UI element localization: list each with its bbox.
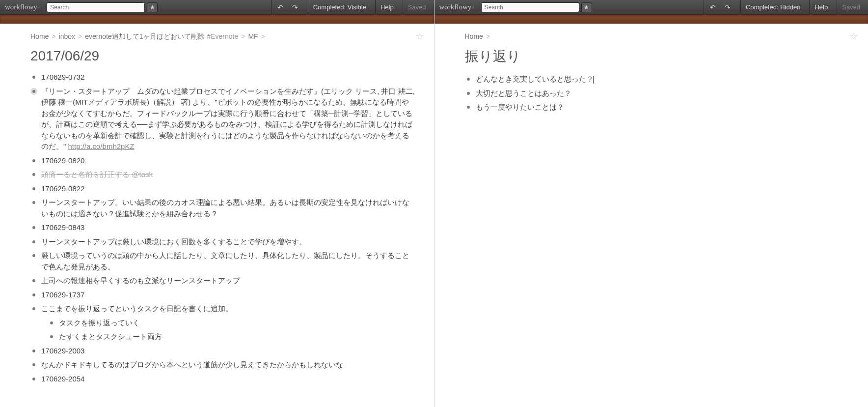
breadcrumb-tag[interactable]: #Evernote: [207, 32, 238, 40]
breadcrumb-separator: >: [261, 32, 265, 40]
redo-icon[interactable]: ↷: [292, 3, 298, 11]
list-item[interactable]: たすくまとタスクシュート両方: [48, 331, 416, 343]
list-item[interactable]: 170629-1737: [30, 290, 416, 301]
list-item[interactable]: 大切だと思うことはあった？: [465, 88, 851, 99]
breadcrumb-separator: >: [486, 32, 490, 40]
right-pane: workflowy+ ★ ↶ ↷ Completed: Hidden Help …: [434, 0, 868, 407]
content-area[interactable]: ☆ Home>inbox>evernote追加して1ヶ月ほどおいて削除 #Eve…: [0, 24, 434, 407]
list-item[interactable]: ここまでを振り返ってというタスクを日記を書くに追加。タスクを振り返っていくたすく…: [30, 303, 416, 343]
list-item[interactable]: 厳しい環境っていうのは頭の中から人に話したり、文章にしたり、具体化したり、製品に…: [30, 250, 416, 272]
star-button[interactable]: ★: [581, 2, 592, 12]
outline[interactable]: どんなとき充実していると思った？大切だと思うことはあった？もう一度やりたいことは…: [465, 74, 851, 113]
list-item[interactable]: 頭痛ーると名前を訂正する @task: [30, 169, 416, 180]
undo-redo: ↶ ↷: [271, 0, 304, 15]
content-area[interactable]: ☆ Home> 振り返り どんなとき充実していると思った？大切だと思うことはあっ…: [434, 24, 868, 407]
list-item[interactable]: 170629-0822: [30, 183, 416, 195]
breadcrumb-link[interactable]: Home: [465, 32, 483, 40]
search-input[interactable]: [481, 2, 579, 12]
completed-toggle[interactable]: Completed: Visible: [308, 0, 371, 15]
list-item[interactable]: もう一度やりたいことは？: [465, 102, 851, 113]
search-input[interactable]: [47, 2, 145, 12]
wood-strip: [434, 15, 868, 24]
star-icon: ★: [584, 4, 589, 11]
toolbar: workflowy+ ★ ↶ ↷ Completed: Hidden Help …: [434, 0, 868, 15]
page-title[interactable]: 2017/06/29: [30, 48, 416, 64]
undo-redo: ↶ ↷: [704, 0, 736, 15]
toolbar: workflowy+ ★ ↶ ↷ Completed: Visible Help…: [0, 0, 434, 15]
redo-icon[interactable]: ↷: [725, 3, 731, 11]
completed-toggle[interactable]: Completed: Hidden: [740, 0, 805, 15]
breadcrumb-separator: >: [52, 32, 55, 40]
breadcrumb-link[interactable]: MF: [248, 32, 258, 40]
list-item[interactable]: どんなとき充実していると思った？: [465, 74, 851, 85]
list-item[interactable]: タスクを振り返っていく: [48, 318, 416, 329]
favorite-star-icon[interactable]: ☆: [415, 30, 424, 42]
list-item[interactable]: リーンスタートアップは厳しい環境におく回数を多くすることで学びを増やす。: [30, 236, 416, 248]
breadcrumb-link[interactable]: evernote追加して1ヶ月ほどおいて削除: [85, 32, 207, 40]
saved-status: Saved: [837, 0, 865, 15]
list-item[interactable]: 170629-0732: [30, 72, 416, 83]
saved-status: Saved: [403, 0, 431, 15]
list-item[interactable]: 170629-2054: [30, 374, 416, 385]
list-item[interactable]: 170629-0820: [30, 155, 416, 167]
breadcrumb-separator: >: [241, 32, 245, 40]
breadcrumb-link[interactable]: Home: [30, 32, 49, 40]
breadcrumb: Home>: [465, 32, 851, 40]
list-item[interactable]: なんかドキドキしてるのはブログから本へという道筋が少し見えてきたからかもしれない…: [30, 359, 416, 371]
list-item[interactable]: リーンスタートアップ。いい結果の後のカオス理論による悪い結果。あるいは長期の安定…: [30, 197, 416, 219]
undo-icon[interactable]: ↶: [277, 3, 283, 11]
logo[interactable]: workflowy+: [437, 3, 477, 11]
outline[interactable]: 170629-0732『リーン・スタートアップ ムダのない起業プロセスでイノベー…: [30, 72, 416, 384]
star-icon: ★: [150, 4, 155, 11]
star-button[interactable]: ★: [147, 2, 158, 12]
undo-icon[interactable]: ↶: [710, 3, 716, 11]
list-item[interactable]: 170629-0843: [30, 222, 416, 233]
breadcrumb: Home>inbox>evernote追加して1ヶ月ほどおいて削除 #Evern…: [30, 32, 416, 41]
list-item[interactable]: 170629-2003: [30, 346, 416, 357]
item-link[interactable]: http://a.co/bmh2pKZ: [68, 142, 135, 150]
list-item[interactable]: 『リーン・スタートアップ ムダのない起業プロセスでイノベーションを生みだす』(エ…: [30, 86, 416, 152]
logo[interactable]: workflowy+: [3, 3, 43, 11]
wood-strip: [0, 15, 434, 24]
left-pane: workflowy+ ★ ↶ ↷ Completed: Visible Help…: [0, 0, 434, 407]
list-item[interactable]: 上司への報連相を早くするのも立派なリーンスタートアップ: [30, 275, 416, 287]
breadcrumb-separator: >: [78, 32, 82, 40]
help-button[interactable]: Help: [375, 0, 399, 15]
breadcrumb-link[interactable]: inbox: [59, 32, 75, 40]
page-title[interactable]: 振り返り: [465, 47, 851, 66]
favorite-star-icon[interactable]: ☆: [849, 30, 858, 42]
help-button[interactable]: Help: [809, 0, 833, 15]
